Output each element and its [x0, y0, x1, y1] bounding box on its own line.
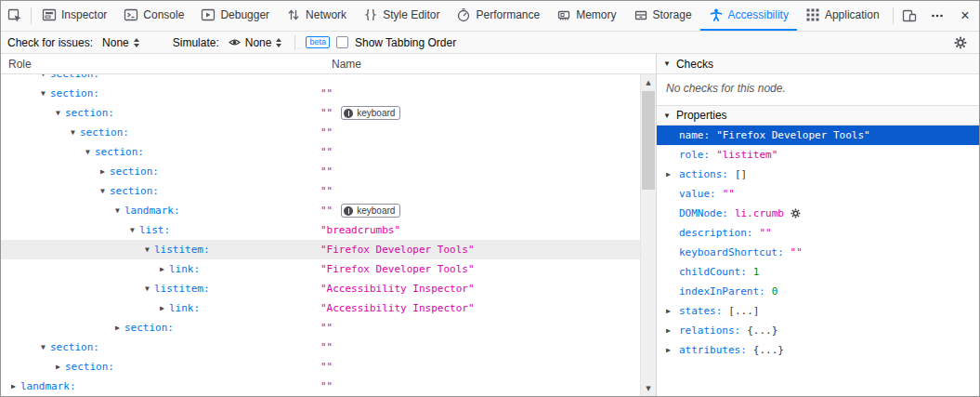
devtools-tab-bar: Inspector Console Debugger Network Style	[1, 1, 979, 32]
expand-arrow-icon[interactable]: ▶	[53, 363, 63, 371]
info-icon	[344, 109, 353, 118]
gear-icon	[954, 36, 967, 49]
property-row[interactable]: role:"listitem"	[657, 145, 979, 165]
scrollbar-thumb[interactable]	[642, 91, 655, 190]
tab-storage[interactable]: Storage	[625, 1, 700, 31]
tab-style-editor[interactable]: Style Editor	[355, 1, 448, 31]
tree-row[interactable]: ▼list:"breadcrumbs"	[1, 220, 656, 240]
highlight-node-gear-icon[interactable]	[791, 208, 801, 218]
properties-section-header[interactable]: ▼ Properties	[657, 105, 979, 126]
tree-scrollbar[interactable]: ▲ ▼	[640, 74, 656, 396]
expand-arrow-icon[interactable]: ▶	[663, 346, 673, 354]
property-value: ""	[791, 246, 803, 258]
tab-debugger[interactable]: Debugger	[192, 1, 278, 31]
tree-row[interactable]: ▶section:""	[1, 357, 656, 377]
collapse-arrow-icon[interactable]: ▼	[38, 343, 48, 351]
tab-application[interactable]: Application	[797, 1, 888, 31]
collapse-arrow-icon[interactable]: ▼	[127, 226, 137, 234]
pick-element-button[interactable]	[1, 1, 29, 31]
collapse-arrow-icon[interactable]: ▼	[98, 187, 108, 195]
expand-arrow-icon[interactable]: ▶	[663, 326, 673, 335]
tab-network[interactable]: Network	[278, 1, 355, 31]
property-name: name:	[679, 129, 710, 141]
collapse-arrow-icon[interactable]: ▼	[68, 128, 78, 137]
collapse-arrow-icon[interactable]: ▼	[53, 109, 63, 117]
show-tabbing-order-checkbox[interactable]	[336, 36, 348, 48]
collapse-arrow-icon[interactable]: ▼	[38, 89, 48, 98]
role-column-header[interactable]: Role	[8, 58, 32, 71]
property-row[interactable]: ▶attributes:{...}	[657, 340, 979, 360]
property-row[interactable]: description:""	[657, 223, 979, 243]
property-row[interactable]: name:"Firefox Developer Tools"	[657, 126, 979, 145]
tab-performance[interactable]: Performance	[448, 1, 548, 31]
tree-row[interactable]: ▶link:"Firefox Developer Tools"	[1, 259, 656, 279]
simulate-select[interactable]: None	[226, 35, 285, 50]
expand-arrow-icon[interactable]: ▶	[98, 167, 108, 176]
tree-row-name-cell: "Firefox Developer Tools"	[320, 259, 475, 279]
property-value[interactable]: li.crumb	[735, 207, 784, 219]
tab-accessibility[interactable]: Accessibility	[700, 1, 797, 31]
responsive-design-mode-button[interactable]	[895, 1, 923, 31]
devtools-menu-button[interactable]	[923, 1, 951, 31]
name-column-header[interactable]: Name	[332, 58, 361, 71]
property-row[interactable]: value:""	[657, 184, 979, 204]
settings-button[interactable]	[948, 33, 973, 52]
collapse-arrow-icon[interactable]: ▼	[83, 148, 93, 156]
tree-row[interactable]: ▼section:""	[1, 74, 656, 84]
collapse-arrow-icon[interactable]: ▼	[142, 245, 152, 254]
tree-row[interactable]: ▼landmark:""keyboard	[1, 201, 656, 220]
tab-memory[interactable]: Memory	[548, 1, 624, 31]
expand-arrow-icon[interactable]: ▶	[663, 170, 673, 179]
tree-row-role: link:	[169, 302, 200, 314]
property-row[interactable]: indexInParent:0	[657, 282, 979, 301]
audit-badge[interactable]: keyboard	[341, 204, 400, 218]
tree-row[interactable]: ▼section:""	[1, 337, 656, 357]
tree-row-name: ""	[320, 87, 333, 99]
tree-row[interactable]: ▼listitem:"Accessibility Inspector"	[1, 279, 656, 298]
tree-row-role: landmark:	[124, 205, 180, 217]
close-devtools-button[interactable]: ×	[951, 1, 979, 31]
expand-arrow-icon[interactable]: ▶	[157, 265, 167, 273]
audit-badge[interactable]: keyboard	[341, 106, 400, 120]
property-row[interactable]: keyboardShortcut:""	[657, 243, 979, 262]
console-icon	[124, 7, 138, 22]
property-row[interactable]: ▶actions:[]	[657, 165, 979, 184]
check-for-issues-select[interactable]: None	[99, 35, 142, 50]
tree-row[interactable]: ▶landmark:""	[1, 377, 656, 396]
expand-arrow-icon[interactable]: ▶	[8, 382, 19, 390]
expand-arrow-icon[interactable]: ▶	[157, 304, 167, 312]
tree-row[interactable]: ▼listitem:"Firefox Developer Tools"	[1, 240, 656, 259]
expand-arrow-icon[interactable]: ▶	[663, 307, 673, 315]
tree-row[interactable]: ▶link:"Accessibility Inspector"	[1, 298, 656, 318]
tree-row-name-cell: ""	[320, 162, 333, 181]
info-icon	[344, 206, 353, 216]
scroll-up-button[interactable]: ▲	[641, 74, 656, 90]
collapse-arrow-icon[interactable]: ▼	[112, 206, 123, 215]
tree-row[interactable]: ▼section:""	[1, 142, 656, 162]
tree-row-name: "breadcrumbs"	[320, 224, 400, 236]
tree-row[interactable]: ▶section:""	[1, 318, 656, 337]
collapse-arrow-icon[interactable]: ▼	[38, 74, 48, 78]
tab-inspector[interactable]: Inspector	[33, 1, 115, 31]
property-row[interactable]: childCount:1	[657, 262, 979, 282]
accessibility-toolbar: Check for issues: None Simulate: None be…	[1, 32, 979, 54]
scroll-down-button[interactable]: ▼	[641, 380, 656, 396]
tree-row[interactable]: ▼section:""	[1, 123, 656, 142]
property-row[interactable]: ▶states:[...]	[657, 301, 979, 321]
expand-arrow-icon[interactable]: ▶	[112, 324, 123, 332]
tree-row[interactable]: ▶section:""	[1, 162, 656, 181]
checks-section-header[interactable]: ▼ Checks	[657, 54, 979, 74]
tree-row-name: "Firefox Developer Tools"	[320, 263, 475, 275]
property-row[interactable]: ▶relations:{...}	[657, 321, 979, 340]
tree-row-name-cell: "breadcrumbs"	[320, 220, 400, 240]
collapse-arrow-icon[interactable]: ▼	[142, 285, 152, 293]
tab-console[interactable]: Console	[115, 1, 192, 31]
tree-row[interactable]: ▼section:""	[1, 181, 656, 201]
tree-row-name: "Accessibility Inspector"	[320, 302, 475, 314]
property-row[interactable]: DOMNode:li.crumb	[657, 204, 979, 223]
devtools-window: Inspector Console Debugger Network Style	[0, 0, 980, 397]
tree-row[interactable]: ▼section:""	[1, 84, 656, 103]
tree-row[interactable]: ▼section:""keyboard	[1, 103, 656, 123]
simulate-value: None	[245, 36, 272, 49]
show-tabbing-order-label[interactable]: Show Tabbing Order	[355, 36, 456, 49]
